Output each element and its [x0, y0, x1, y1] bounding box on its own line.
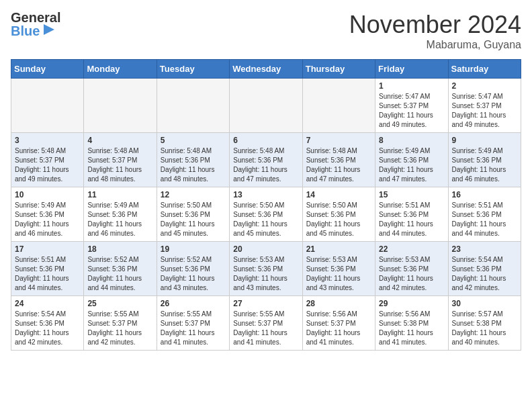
location: Mabaruma, Guyana	[349, 39, 521, 51]
day-info: Sunrise: 5:55 AM Sunset: 5:37 PM Dayligh…	[87, 310, 152, 347]
table-row: 3Sunrise: 5:48 AM Sunset: 5:37 PM Daylig…	[11, 133, 84, 187]
table-row: 15Sunrise: 5:51 AM Sunset: 5:36 PM Dayli…	[375, 187, 448, 242]
table-row: 7Sunrise: 5:48 AM Sunset: 5:36 PM Daylig…	[302, 133, 375, 187]
page: General Blue November 2024 Mabaruma, Guy…	[0, 0, 532, 361]
day-info: Sunrise: 5:49 AM Sunset: 5:36 PM Dayligh…	[379, 146, 444, 184]
title-block: November 2024 Mabaruma, Guyana	[349, 11, 521, 51]
day-number: 1	[379, 81, 444, 91]
day-info: Sunrise: 5:48 AM Sunset: 5:37 PM Dayligh…	[15, 146, 80, 184]
table-row: 9Sunrise: 5:49 AM Sunset: 5:36 PM Daylig…	[448, 133, 521, 187]
logo-line1: General	[11, 11, 60, 24]
day-number: 9	[452, 136, 517, 145]
day-number: 15	[379, 190, 444, 199]
day-number: 26	[161, 299, 226, 308]
calendar-week-row: 10Sunrise: 5:49 AM Sunset: 5:36 PM Dayli…	[11, 187, 521, 242]
day-number: 28	[306, 299, 371, 308]
table-row	[230, 79, 302, 133]
day-info: Sunrise: 5:54 AM Sunset: 5:36 PM Dayligh…	[15, 310, 80, 347]
table-row: 27Sunrise: 5:55 AM Sunset: 5:37 PM Dayli…	[230, 296, 302, 351]
calendar-week-row: 17Sunrise: 5:51 AM Sunset: 5:36 PM Dayli…	[11, 242, 521, 296]
calendar-week-row: 3Sunrise: 5:48 AM Sunset: 5:37 PM Daylig…	[11, 133, 521, 187]
day-info: Sunrise: 5:48 AM Sunset: 5:37 PM Dayligh…	[87, 146, 152, 184]
svg-marker-0	[44, 24, 54, 35]
table-row: 20Sunrise: 5:53 AM Sunset: 5:36 PM Dayli…	[230, 242, 302, 296]
day-number: 13	[233, 190, 298, 199]
day-number: 16	[452, 190, 517, 199]
table-row: 23Sunrise: 5:54 AM Sunset: 5:36 PM Dayli…	[448, 242, 521, 296]
calendar-header-row: Sunday Monday Tuesday Wednesday Thursday…	[11, 60, 521, 79]
day-info: Sunrise: 5:51 AM Sunset: 5:36 PM Dayligh…	[15, 255, 80, 293]
table-row: 11Sunrise: 5:49 AM Sunset: 5:36 PM Dayli…	[84, 187, 157, 242]
logo-text: General Blue	[11, 11, 60, 38]
day-number: 7	[306, 136, 371, 145]
day-number: 4	[87, 136, 152, 145]
day-info: Sunrise: 5:47 AM Sunset: 5:37 PM Dayligh…	[452, 92, 517, 130]
day-info: Sunrise: 5:50 AM Sunset: 5:36 PM Dayligh…	[161, 201, 226, 238]
day-info: Sunrise: 5:48 AM Sunset: 5:36 PM Dayligh…	[161, 146, 226, 184]
table-row	[84, 79, 157, 133]
table-row: 26Sunrise: 5:55 AM Sunset: 5:37 PM Dayli…	[157, 296, 229, 351]
table-row: 28Sunrise: 5:56 AM Sunset: 5:37 PM Dayli…	[302, 296, 375, 351]
table-row: 29Sunrise: 5:56 AM Sunset: 5:38 PM Dayli…	[375, 296, 448, 351]
table-row: 16Sunrise: 5:51 AM Sunset: 5:36 PM Dayli…	[448, 187, 521, 242]
table-row: 25Sunrise: 5:55 AM Sunset: 5:37 PM Dayli…	[84, 296, 157, 351]
col-thursday: Thursday	[302, 60, 375, 79]
logo: General Blue	[11, 11, 60, 38]
day-info: Sunrise: 5:47 AM Sunset: 5:37 PM Dayligh…	[379, 92, 444, 130]
day-info: Sunrise: 5:49 AM Sunset: 5:36 PM Dayligh…	[452, 146, 517, 184]
day-info: Sunrise: 5:51 AM Sunset: 5:36 PM Dayligh…	[452, 201, 517, 238]
table-row	[157, 79, 229, 133]
day-number: 19	[161, 244, 226, 254]
col-saturday: Saturday	[448, 60, 521, 79]
calendar-week-row: 1Sunrise: 5:47 AM Sunset: 5:37 PM Daylig…	[11, 79, 521, 133]
day-number: 24	[15, 299, 80, 308]
col-monday: Monday	[84, 60, 157, 79]
table-row: 10Sunrise: 5:49 AM Sunset: 5:36 PM Dayli…	[11, 187, 84, 242]
day-number: 3	[15, 136, 80, 145]
day-info: Sunrise: 5:53 AM Sunset: 5:36 PM Dayligh…	[233, 255, 298, 293]
table-row: 6Sunrise: 5:48 AM Sunset: 5:36 PM Daylig…	[230, 133, 302, 187]
calendar-week-row: 24Sunrise: 5:54 AM Sunset: 5:36 PM Dayli…	[11, 296, 521, 351]
table-row: 21Sunrise: 5:53 AM Sunset: 5:36 PM Dayli…	[302, 242, 375, 296]
day-number: 2	[452, 81, 517, 91]
col-wednesday: Wednesday	[230, 60, 302, 79]
col-tuesday: Tuesday	[157, 60, 229, 79]
day-number: 20	[233, 244, 298, 254]
table-row: 13Sunrise: 5:50 AM Sunset: 5:36 PM Dayli…	[230, 187, 302, 242]
calendar-table: Sunday Monday Tuesday Wednesday Thursday…	[11, 59, 521, 351]
day-info: Sunrise: 5:48 AM Sunset: 5:36 PM Dayligh…	[233, 146, 298, 184]
table-row: 30Sunrise: 5:57 AM Sunset: 5:38 PM Dayli…	[448, 296, 521, 351]
col-sunday: Sunday	[11, 60, 84, 79]
day-info: Sunrise: 5:53 AM Sunset: 5:36 PM Dayligh…	[379, 255, 444, 293]
day-info: Sunrise: 5:54 AM Sunset: 5:36 PM Dayligh…	[452, 255, 517, 293]
day-info: Sunrise: 5:52 AM Sunset: 5:36 PM Dayligh…	[161, 255, 226, 293]
day-info: Sunrise: 5:55 AM Sunset: 5:37 PM Dayligh…	[233, 310, 298, 347]
logo-line2: Blue	[11, 24, 60, 38]
table-row: 19Sunrise: 5:52 AM Sunset: 5:36 PM Dayli…	[157, 242, 229, 296]
day-info: Sunrise: 5:56 AM Sunset: 5:37 PM Dayligh…	[306, 310, 371, 347]
col-friday: Friday	[375, 60, 448, 79]
day-number: 17	[15, 244, 80, 254]
table-row: 14Sunrise: 5:50 AM Sunset: 5:36 PM Dayli…	[302, 187, 375, 242]
day-number: 25	[87, 299, 152, 308]
table-row	[11, 79, 84, 133]
day-info: Sunrise: 5:52 AM Sunset: 5:36 PM Dayligh…	[87, 255, 152, 293]
table-row: 17Sunrise: 5:51 AM Sunset: 5:36 PM Dayli…	[11, 242, 84, 296]
header: General Blue November 2024 Mabaruma, Guy…	[11, 11, 521, 51]
day-number: 11	[87, 190, 152, 199]
day-number: 23	[452, 244, 517, 254]
day-number: 27	[233, 299, 298, 308]
day-number: 22	[379, 244, 444, 254]
table-row: 1Sunrise: 5:47 AM Sunset: 5:37 PM Daylig…	[375, 79, 448, 133]
day-number: 18	[87, 244, 152, 254]
day-number: 29	[379, 299, 444, 308]
day-info: Sunrise: 5:55 AM Sunset: 5:37 PM Dayligh…	[161, 310, 226, 347]
day-number: 5	[161, 136, 226, 145]
day-number: 10	[15, 190, 80, 199]
table-row: 5Sunrise: 5:48 AM Sunset: 5:36 PM Daylig…	[157, 133, 229, 187]
day-info: Sunrise: 5:48 AM Sunset: 5:36 PM Dayligh…	[306, 146, 371, 184]
table-row: 18Sunrise: 5:52 AM Sunset: 5:36 PM Dayli…	[84, 242, 157, 296]
month-title: November 2024	[349, 11, 521, 39]
day-number: 30	[452, 299, 517, 308]
table-row: 2Sunrise: 5:47 AM Sunset: 5:37 PM Daylig…	[448, 79, 521, 133]
